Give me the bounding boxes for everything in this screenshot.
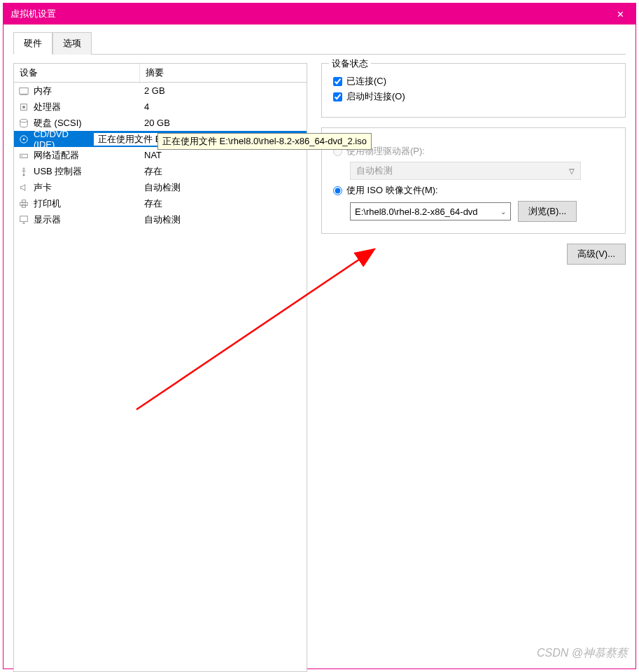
iso-path-combo[interactable]: E:\rhel8.0\rhel-8.2-x86_64-dvd ⌄ — [350, 202, 511, 220]
window-titlebar: 虚拟机设置 ✕ — [3, 4, 636, 24]
iso-path-value: E:\rhel8.0\rhel-8.2-x86_64-dvd — [355, 206, 478, 217]
svg-point-7 — [22, 155, 23, 157]
device-row-printer[interactable]: 打印机 存在 — [14, 195, 307, 211]
harddisk-icon — [18, 118, 29, 129]
device-row-display[interactable]: 显示器 自动检测 — [14, 211, 307, 227]
device-name: USB 控制器 — [34, 165, 82, 178]
svg-rect-6 — [20, 154, 28, 158]
device-name: 处理器 — [34, 101, 61, 113]
svg-rect-0 — [20, 88, 28, 94]
svg-rect-12 — [20, 216, 28, 221]
iso-image-radio[interactable] — [333, 186, 342, 195]
usb-icon — [18, 166, 29, 177]
header-device: 设备 — [14, 64, 140, 82]
device-summary: 自动检测 — [140, 214, 307, 226]
device-name: CD/DVD (IDE) — [34, 129, 90, 150]
advanced-button[interactable]: 高级(V)... — [567, 244, 626, 265]
cpu-icon — [18, 102, 29, 113]
device-status-title: 设备状态 — [329, 57, 371, 70]
iso-image-label: 使用 ISO 映像文件(M): — [346, 184, 438, 197]
chevron-down-icon: ▽ — [569, 167, 575, 175]
device-list-panel: 设备 摘要 内存 2 GB — [13, 63, 307, 672]
chevron-down-icon: ⌄ — [500, 208, 506, 216]
physical-drive-select: 自动检测 ▽ — [350, 162, 581, 180]
physical-drive-value: 自动检测 — [356, 164, 393, 177]
connected-label: 已连接(C) — [346, 75, 386, 88]
svg-point-3 — [20, 119, 28, 122]
browse-label: 浏览(B)... — [528, 206, 566, 216]
window-title: 虚拟机设置 — [10, 8, 56, 20]
device-summary: 4 — [140, 102, 307, 112]
device-name: 打印机 — [34, 197, 61, 210]
window-close-button[interactable]: ✕ — [605, 4, 636, 24]
device-summary: 20 GB — [140, 118, 307, 128]
device-name: 硬盘 (SCSI) — [34, 117, 82, 130]
tabs-bar: 硬件 选项 — [13, 31, 626, 55]
device-row-memory[interactable]: 内存 2 GB — [14, 83, 307, 99]
device-name: 内存 — [34, 85, 52, 97]
svg-rect-10 — [22, 200, 25, 202]
device-summary: 存在 — [140, 197, 307, 210]
header-summary: 摘要 — [140, 64, 307, 82]
close-icon: ✕ — [617, 9, 624, 20]
cd-icon — [18, 134, 29, 145]
svg-point-8 — [23, 174, 25, 176]
svg-rect-2 — [22, 106, 25, 108]
device-list-header: 设备 摘要 — [14, 64, 307, 83]
device-summary: 2 GB — [140, 85, 307, 96]
tab-options[interactable]: 选项 — [52, 32, 92, 55]
device-row-usb[interactable]: USB 控制器 存在 — [14, 163, 307, 179]
device-name: 声卡 — [34, 181, 52, 194]
device-row-processor[interactable]: 处理器 4 — [14, 99, 307, 115]
device-row-sound[interactable]: 声卡 自动检测 — [14, 179, 307, 195]
memory-icon — [18, 85, 29, 97]
device-details-panel: 设备状态 已连接(C) 启动时连接(O) 使用物 — [321, 63, 626, 672]
connect-at-poweron-label: 启动时连接(O) — [346, 90, 405, 103]
device-name: 网络适配器 — [34, 149, 79, 162]
device-summary: 存在 — [140, 165, 307, 178]
device-summary: NAT — [140, 150, 307, 160]
device-summary: 自动检测 — [140, 181, 307, 194]
watermark: CSDN @神慕蔡蔡 — [537, 646, 628, 661]
advanced-label: 高级(V)... — [577, 248, 615, 259]
tab-label: 硬件 — [24, 38, 42, 48]
tab-hardware[interactable]: 硬件 — [13, 32, 52, 55]
device-name: 显示器 — [34, 214, 61, 226]
device-status-group: 设备状态 已连接(C) 启动时连接(O) — [321, 63, 626, 118]
svg-point-5 — [23, 138, 25, 140]
network-icon — [18, 150, 29, 161]
printer-icon — [18, 198, 29, 209]
sound-icon — [18, 182, 29, 193]
tab-label: 选项 — [63, 38, 81, 48]
browse-button[interactable]: 浏览(B)... — [518, 201, 577, 222]
connected-checkbox[interactable] — [333, 77, 342, 86]
cd-summary-tooltip: 正在使用文件 E:\rhel8.0\rhel-8.2-x86_64-dvd_2.… — [157, 133, 372, 150]
connect-at-poweron-checkbox[interactable] — [333, 92, 342, 102]
display-icon — [18, 214, 29, 225]
tooltip-text: 正在使用文件 E:\rhel8.0\rhel-8.2-x86_64-dvd_2.… — [162, 136, 367, 146]
